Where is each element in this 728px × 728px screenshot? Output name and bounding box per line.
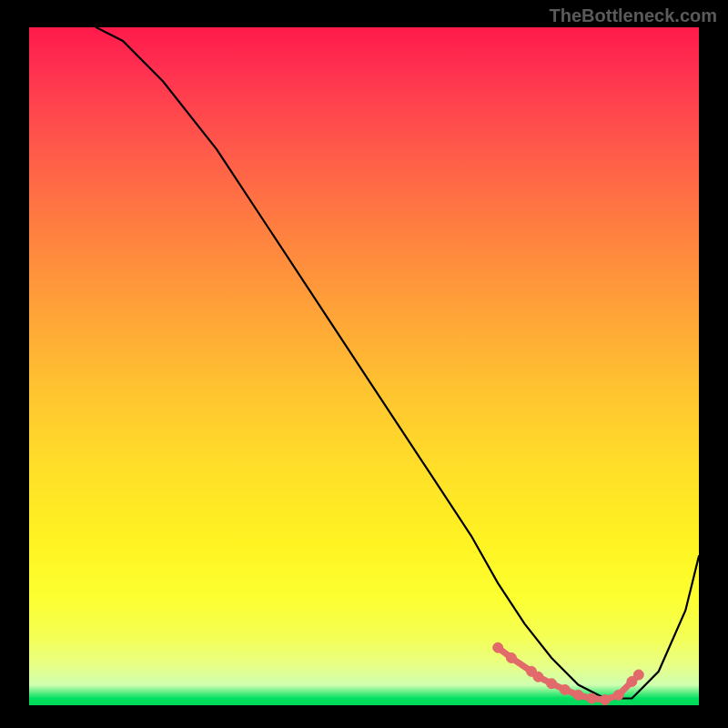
marker-dot	[633, 670, 643, 680]
chart-svg	[29, 27, 699, 705]
chart-curve	[96, 27, 699, 699]
marker-dot	[560, 684, 570, 694]
chart-plot-area	[29, 27, 699, 705]
marker-dot	[573, 690, 583, 700]
marker-dot	[547, 679, 557, 689]
marker-dot	[601, 695, 611, 705]
marker-dot	[533, 672, 543, 682]
marker-dot	[493, 642, 503, 652]
marker-dot	[613, 690, 623, 700]
marker-dot	[506, 652, 516, 662]
marker-dot	[587, 693, 597, 703]
watermark-text: TheBottleneck.com	[550, 5, 717, 26]
